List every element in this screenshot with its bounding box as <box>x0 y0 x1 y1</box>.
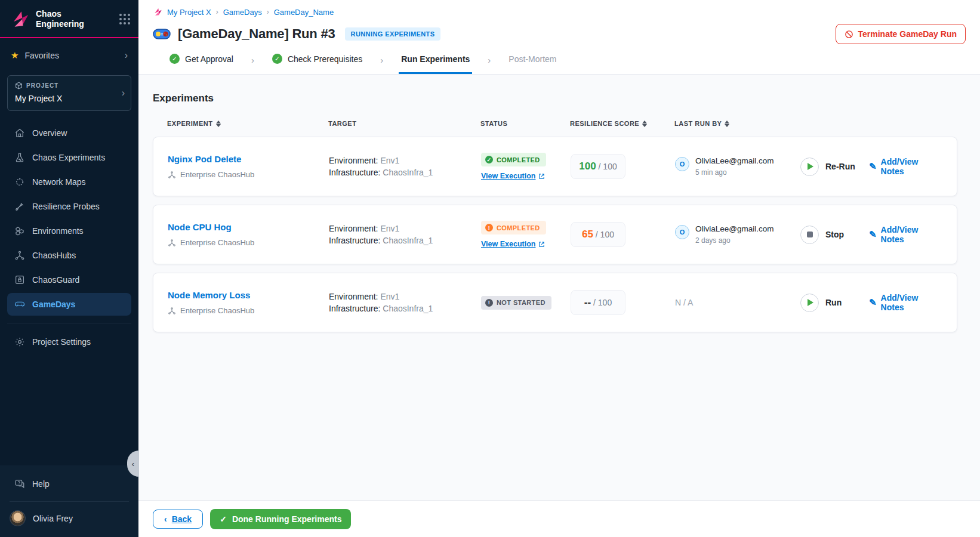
favorites-label: Favorites <box>24 51 59 60</box>
experiment-name-link[interactable]: Node CPU Hog <box>168 222 232 232</box>
add-view-notes-link[interactable]: ✎ Add/View Notes <box>869 157 942 176</box>
alert-circle-icon: ! <box>485 299 493 307</box>
status-cell: ✓ COMPLETED View Execution <box>481 153 571 180</box>
sidebar-item-project-settings[interactable]: Project Settings <box>7 331 131 353</box>
probe-icon <box>14 201 25 212</box>
sidebar-item-help[interactable]: Help <box>0 471 138 496</box>
project-selector[interactable]: PROJECT My Project X › <box>7 75 131 111</box>
last-run-by-cell: O OliviaLee@gmail.com 5 min ago <box>675 156 800 177</box>
experiment-row-node-memory-loss: Node Memory Loss Enterprise ChaosHub Env… <box>153 273 957 332</box>
pencil-icon: ✎ <box>869 229 877 240</box>
lock-icon <box>14 274 25 285</box>
sidebar-item-chaos-experiments[interactable]: Chaos Experiments <box>7 146 131 169</box>
sidebar-item-environments[interactable]: Environments <box>7 220 131 242</box>
chevron-right-icon: › <box>125 50 128 61</box>
chevron-right-icon: › <box>488 55 491 73</box>
table-header: EXPERIMENT TARGET STATUS RESILIENCE SCOR… <box>153 120 957 127</box>
column-resilience-score: RESILIENCE SCORE <box>570 120 674 127</box>
back-button[interactable]: ‹ Back <box>153 510 203 529</box>
hexagons-icon <box>14 226 25 236</box>
sidebar-nav-secondary: Project Settings <box>0 331 138 353</box>
project-label: PROJECT <box>26 82 58 89</box>
sidebar-item-chaoshubs[interactable]: ChaosHubs <box>7 244 131 267</box>
user-name: Olivia Frey <box>33 514 73 523</box>
resilience-score: -- / 100 <box>571 290 625 315</box>
gameday-gamepad-icon <box>153 27 171 41</box>
run-status-badge: RUNNING EXPERIMENTS <box>345 27 441 41</box>
column-last-run-by: LAST RUN BY <box>674 120 800 127</box>
user-avatar <box>10 510 26 526</box>
breadcrumb-gameday-link[interactable]: GameDay_Name <box>274 8 334 17</box>
status-badge: ✓ COMPLETED <box>481 153 546 166</box>
sidebar-item-favorites[interactable]: ★ Favorites › <box>0 38 138 68</box>
last-run-by-cell: O OliviaLee@gmail.com 2 days ago <box>675 224 800 245</box>
project-name: My Project X <box>15 94 124 103</box>
sidebar-footer: Help Olivia Frey <box>0 465 138 537</box>
breadcrumb-logo-icon <box>153 7 162 17</box>
resilience-score: 65 / 100 <box>571 222 625 247</box>
experiment-row-node-cpu-hog: Node CPU Hog Enterprise ChaosHub Environ… <box>153 205 957 264</box>
run-button[interactable]: Run <box>800 294 869 312</box>
column-experiment: EXPERIMENT <box>167 120 328 127</box>
experiment-name-link[interactable]: Node Memory Loss <box>168 290 250 300</box>
sidebar-item-chaosguard[interactable]: ChaosGuard <box>7 268 131 291</box>
run-stepper: ✓ Get Approval › ✓ Check Prerequisites ›… <box>153 54 966 74</box>
view-execution-link[interactable]: View Execution <box>481 172 545 180</box>
app-window: Chaos Engineering ★ Favorites › PROJECT … <box>0 0 980 537</box>
sidebar-item-overview[interactable]: Overview <box>7 122 131 144</box>
chaoshub-icon <box>168 239 176 247</box>
resilience-score: 100 / 100 <box>571 154 625 179</box>
section-title: Experiments <box>153 92 957 104</box>
module-grid-icon[interactable] <box>119 14 130 24</box>
sidebar: Chaos Engineering ★ Favorites › PROJECT … <box>0 0 138 537</box>
status-cell: ! NOT STARTED <box>481 296 571 310</box>
target-cell: Environment: Env1 Infrastructure: ChaosI… <box>329 223 481 247</box>
sidebar-header: Chaos Engineering <box>0 0 138 37</box>
view-execution-link[interactable]: View Execution <box>481 240 545 248</box>
check-circle-icon: ✓ <box>485 156 493 163</box>
step-run-experiments[interactable]: Run Experiments <box>399 54 472 74</box>
terminate-gameday-button[interactable]: Terminate GameDay Run <box>836 24 966 44</box>
user-menu[interactable]: Olivia Frey <box>0 502 138 537</box>
star-icon: ★ <box>11 50 19 61</box>
external-link-icon <box>538 173 545 180</box>
sidebar-item-network-maps[interactable]: Network Maps <box>7 171 131 193</box>
brand-title: Chaos Engineering <box>36 9 84 29</box>
runner-avatar: O <box>675 157 689 171</box>
runner-email: OliviaLee@gmail.com <box>695 156 774 165</box>
last-run-by-cell: N / A <box>675 298 800 307</box>
sort-icon[interactable] <box>216 121 221 127</box>
step-check-prerequisites[interactable]: ✓ Check Prerequisites <box>270 54 365 74</box>
check-circle-icon: ✓ <box>272 54 282 64</box>
add-view-notes-link[interactable]: ✎ Add/View Notes <box>869 293 942 312</box>
network-icon <box>14 177 25 187</box>
chaoshub-icon <box>168 171 176 179</box>
breadcrumb-project-link[interactable]: My Project X <box>167 8 211 17</box>
stop-button[interactable]: Stop <box>800 226 869 244</box>
target-cell: Environment: Env1 Infrastructure: ChaosI… <box>329 291 481 315</box>
help-chat-icon <box>14 479 25 489</box>
sidebar-item-resilience-probes[interactable]: Resilience Probes <box>7 195 131 218</box>
breadcrumb: My Project X › GameDays › GameDay_Name <box>153 7 966 17</box>
breadcrumb-gamedays-link[interactable]: GameDays <box>223 8 262 17</box>
pencil-icon: ✎ <box>869 161 877 172</box>
step-post-mortem[interactable]: Post-Mortem <box>506 54 559 74</box>
runner-email: OliviaLee@gmail.com <box>695 224 774 233</box>
rerun-button[interactable]: Re-Run <box>800 158 869 176</box>
sidebar-item-gamedays[interactable]: GameDays <box>7 293 131 316</box>
status-badge: ! NOT STARTED <box>481 296 551 310</box>
page-header: My Project X › GameDays › GameDay_Name <box>138 0 980 75</box>
done-running-experiments-button[interactable]: ✓ Done Running Experiments <box>210 509 351 529</box>
sort-icon[interactable] <box>642 121 647 127</box>
page-title: [GameDay_Name] Run #3 <box>178 26 335 42</box>
step-get-approval[interactable]: ✓ Get Approval <box>167 54 236 74</box>
chevron-right-icon: › <box>122 88 125 98</box>
breadcrumb-separator: › <box>216 8 218 16</box>
experiment-name-link[interactable]: Nginx Pod Delete <box>168 154 241 164</box>
chaos-engineering-logo-icon <box>10 9 30 29</box>
flask-icon <box>14 152 25 163</box>
sort-icon[interactable] <box>725 121 729 127</box>
hub-icon <box>14 250 25 261</box>
add-view-notes-link[interactable]: ✎ Add/View Notes <box>869 225 942 244</box>
main-area: My Project X › GameDays › GameDay_Name <box>138 0 980 537</box>
